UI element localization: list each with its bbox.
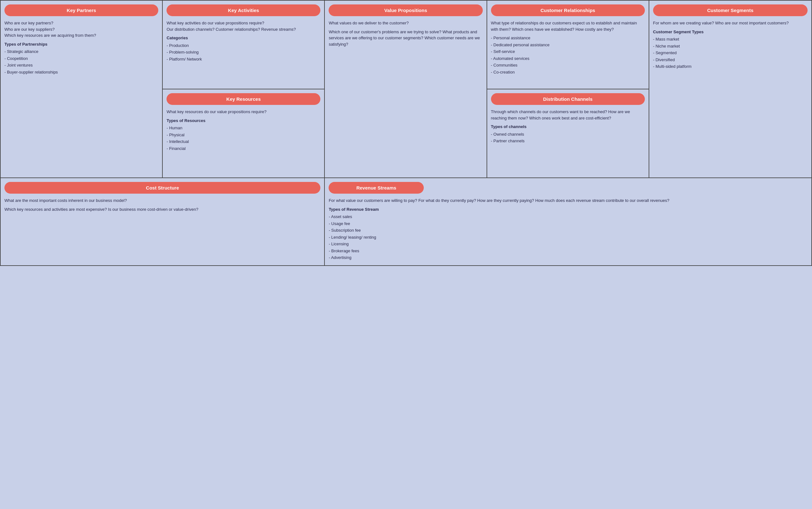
- cs-desc: For whom are we creating value? Who are …: [653, 20, 808, 26]
- kp-types-list: Strategic alliance Coopetition Joint ven…: [4, 48, 158, 75]
- customer-segments-header: Customer Segments: [653, 4, 808, 16]
- customer-segments-cell: Customer Segments For whom are we creati…: [649, 1, 811, 177]
- cr-item5: Communities: [491, 62, 645, 68]
- key-activities-header: Key Activities: [166, 4, 320, 16]
- kp-item1: Strategic alliance: [4, 48, 158, 55]
- cs-types-title: Customer Segment Types: [653, 29, 808, 35]
- distribution-channels-cell: Distribution Channels Through which chan…: [487, 89, 649, 177]
- distribution-channels-header: Distribution Channels: [491, 93, 645, 105]
- kr-item4: Financial: [166, 145, 320, 152]
- kp-item3: Joint ventures: [4, 62, 158, 68]
- key-partners-content: Who are our key partners?Who are our key…: [4, 20, 158, 75]
- cs-item4: Diversified: [653, 57, 808, 63]
- cost-structure-cell: Cost Structure What are the most importa…: [1, 178, 325, 265]
- value-propositions-header: Value Propositions: [329, 4, 482, 16]
- ka-item3: Platform/ Network: [166, 56, 320, 62]
- key-activities-resources-column: Key Activities What key activities do ou…: [163, 1, 325, 177]
- dc-types-title: Types of channels: [491, 124, 645, 130]
- key-resources-content: What key resources do our value proposit…: [166, 109, 320, 151]
- rs-item6: Brokerage fees: [329, 248, 808, 254]
- key-resources-cell: Key Resources What key resources do our …: [163, 89, 324, 177]
- dc-item1: Owned channels: [491, 131, 645, 138]
- cs-item5: Multi-sided platform: [653, 63, 808, 70]
- kr-item2: Physical: [166, 132, 320, 138]
- kp-item2: Coopetition: [4, 56, 158, 62]
- revenue-streams-content: For what value our customers are willing…: [329, 198, 808, 261]
- value-propositions-content: What values do we deliver to the custome…: [329, 20, 482, 47]
- cs-item2: Niche market: [653, 43, 808, 49]
- cost-structure-header: Cost Structure: [4, 182, 320, 194]
- rs-item7: Advertising: [329, 254, 808, 261]
- kr-item3: Intellectual: [166, 138, 320, 145]
- vp-desc1: What values do we deliver to the custome…: [329, 20, 482, 26]
- cr-desc: What type of relationships do our custom…: [491, 20, 645, 32]
- cost-desc2: Which key resources and activities are m…: [4, 206, 320, 213]
- dc-desc: Through which channels do our customers …: [491, 109, 645, 121]
- kr-types-title: Types of Resources: [166, 117, 320, 124]
- value-propositions-cell: Value Propositions What values do we del…: [325, 1, 487, 177]
- ka-item2: Problem-solving: [166, 49, 320, 56]
- revenue-streams-header: Revenue Streams: [329, 182, 424, 194]
- rs-item4: Lending/ leasing/ renting: [329, 234, 808, 241]
- cr-list: Personal assistance Dedicated personal a…: [491, 35, 645, 75]
- customer-relationships-cell: Customer Relationships What type of rela…: [487, 1, 649, 89]
- cr-item6: Co-creation: [491, 69, 645, 75]
- cr-item3: Self-service: [491, 48, 645, 55]
- cr-item4: Automated services: [491, 56, 645, 62]
- top-section: Key Partners Who are our key partners?Wh…: [1, 1, 811, 178]
- cs-types-list: Mass market Niche market Segmented Diver…: [653, 36, 808, 70]
- cr-item1: Personal assistance: [491, 35, 645, 41]
- cs-item1: Mass market: [653, 36, 808, 42]
- dc-types-list: Owned channels Partner channels: [491, 131, 645, 144]
- key-partners-header: Key Partners: [4, 4, 158, 16]
- rs-item1: Asset sales: [329, 214, 808, 220]
- key-activities-content: What key activities do our value proposi…: [166, 20, 320, 62]
- dc-item2: Partner channels: [491, 138, 645, 144]
- revenue-streams-cell: Revenue Streams For what value our custo…: [325, 178, 811, 265]
- rs-item3: Subscription fee: [329, 227, 808, 234]
- ka-desc: What key activities do our value proposi…: [166, 20, 320, 32]
- business-model-canvas: Key Partners Who are our key partners?Wh…: [0, 0, 812, 266]
- rs-item2: Usage fee: [329, 220, 808, 227]
- kr-item1: Human: [166, 125, 320, 131]
- rs-types-title: Types of Revenue Stream: [329, 206, 808, 213]
- ka-item1: Production: [166, 42, 320, 49]
- rs-desc: For what value our customers are willing…: [329, 198, 808, 204]
- key-activities-cell: Key Activities What key activities do ou…: [163, 1, 324, 89]
- ka-cat-list: Production Problem-solving Platform/ Net…: [166, 42, 320, 62]
- kr-types-list: Human Physical Intellectual Financial: [166, 125, 320, 151]
- kp-line1: Who are our key partners?Who are our key…: [4, 20, 158, 39]
- rs-types-list: Asset sales Usage fee Subscription fee L…: [329, 214, 808, 261]
- ka-cat-title: Categories: [166, 35, 320, 41]
- cr-item2: Dedicated personal assistance: [491, 42, 645, 48]
- cs-item3: Segmented: [653, 50, 808, 56]
- kp-types-title: Types of Partnerships: [4, 41, 158, 47]
- customer-relationships-content: What type of relationships do our custom…: [491, 20, 645, 75]
- cost-structure-content: What are the most important costs inhere…: [4, 198, 320, 212]
- bottom-section: Cost Structure What are the most importa…: [1, 178, 811, 265]
- cost-desc1: What are the most important costs inhere…: [4, 198, 320, 204]
- kr-desc: What key resources do our value proposit…: [166, 109, 320, 115]
- vp-desc2: Which one of our customer's problems are…: [329, 29, 482, 47]
- customer-distribution-column: Customer Relationships What type of rela…: [487, 1, 649, 177]
- key-partners-cell: Key Partners Who are our key partners?Wh…: [1, 1, 163, 177]
- rs-item5: Licensing: [329, 241, 808, 247]
- customer-relationships-header: Customer Relationships: [491, 4, 645, 16]
- distribution-channels-content: Through which channels do our customers …: [491, 109, 645, 144]
- customer-segments-content: For whom are we creating value? Who are …: [653, 20, 808, 70]
- key-resources-header: Key Resources: [166, 93, 320, 105]
- kp-item4: Buyer-supplier relationships: [4, 69, 158, 75]
